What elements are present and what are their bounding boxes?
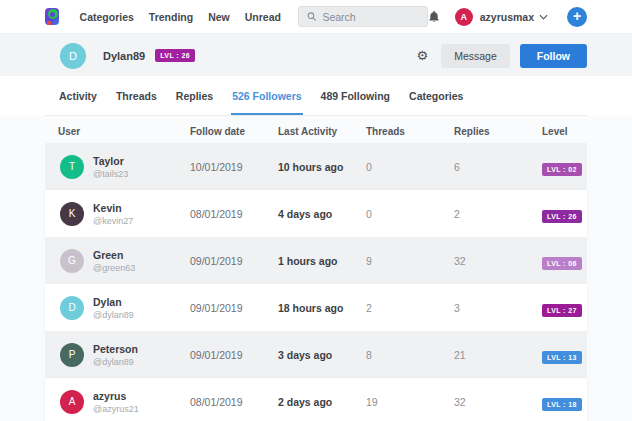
user-avatar: P xyxy=(60,343,84,367)
level-badge: LVL : 13 xyxy=(542,351,582,364)
main-nav: Categories Trending New Unread xyxy=(80,11,281,23)
tab-threads[interactable]: Threads xyxy=(115,76,158,115)
follow-date: 09/01/2019 xyxy=(190,349,278,361)
page: Categories Trending New Unread A xyxy=(0,0,632,421)
threads-count: 9 xyxy=(366,255,454,267)
follow-button[interactable]: Follow xyxy=(520,44,587,68)
level-badge: LVL : 27 xyxy=(542,304,582,317)
replies-count: 32 xyxy=(454,255,542,267)
message-button[interactable]: Message xyxy=(441,44,510,68)
user-name[interactable]: Dylan xyxy=(93,296,134,308)
last-activity: 18 hours ago xyxy=(278,302,366,314)
current-user-avatar[interactable]: A xyxy=(455,8,473,26)
col-level: Level xyxy=(542,126,587,137)
last-activity: 1 hours ago xyxy=(278,255,366,267)
table-row[interactable]: D Dylan @dylan89 09/01/2019 18 hours ago… xyxy=(45,284,587,331)
tab-followers[interactable]: 526 Followers xyxy=(231,76,302,115)
profile-avatar: D xyxy=(60,43,86,69)
user-avatar: D xyxy=(60,296,84,320)
user-handle: @tails23 xyxy=(93,169,128,179)
profile-tabs: Activity Threads Replies 526 Followers 4… xyxy=(0,76,632,116)
level-badge: LVL : 06 xyxy=(542,257,582,270)
app-logo-icon[interactable] xyxy=(45,8,59,25)
table-row[interactable]: P Peterson @dylan89 09/01/2019 3 days ag… xyxy=(45,331,587,378)
search-icon xyxy=(307,11,316,22)
nav-item-categories[interactable]: Categories xyxy=(80,11,134,23)
threads-count: 8 xyxy=(366,349,454,361)
user-avatar: G xyxy=(60,249,84,273)
col-last-activity: Last Activity xyxy=(278,126,366,137)
gear-icon[interactable]: ⚙︎ xyxy=(416,49,428,62)
follow-date: 09/01/2019 xyxy=(190,255,278,267)
user-name[interactable]: Kevin xyxy=(93,202,133,214)
current-username[interactable]: azyrusmax xyxy=(480,11,534,23)
chevron-down-icon[interactable] xyxy=(539,14,548,20)
level-badge: LVL : 26 xyxy=(542,210,582,223)
tab-activity[interactable]: Activity xyxy=(58,76,98,115)
col-user: User xyxy=(45,126,190,137)
nav-item-unread[interactable]: Unread xyxy=(245,11,281,23)
user-handle: @dylan89 xyxy=(93,357,138,367)
search-input[interactable] xyxy=(322,11,418,23)
threads-count: 0 xyxy=(366,161,454,173)
user-name[interactable]: Green xyxy=(93,249,135,261)
new-post-button[interactable]: + xyxy=(567,7,587,27)
nav-item-trending[interactable]: Trending xyxy=(149,11,193,23)
replies-count: 2 xyxy=(454,208,542,220)
threads-count: 2 xyxy=(366,302,454,314)
level-badge: LVL : 02 xyxy=(542,163,582,176)
top-navbar: Categories Trending New Unread A xyxy=(0,0,632,33)
replies-count: 6 xyxy=(454,161,542,173)
table-row[interactable]: T Taylor @tails23 10/01/2019 10 hours ag… xyxy=(45,143,587,190)
user-name[interactable]: azyrus xyxy=(93,390,139,402)
nav-item-new[interactable]: New xyxy=(208,11,230,23)
notifications-bell-icon[interactable] xyxy=(428,10,440,23)
table-row[interactable]: G Green @green63 09/01/2019 1 hours ago … xyxy=(45,237,587,284)
table-row[interactable]: A azyrus @azyrus21 08/01/2019 2 days ago… xyxy=(45,378,587,421)
tab-categories[interactable]: Categories xyxy=(408,76,464,115)
user-avatar: K xyxy=(60,202,84,226)
level-badge: LVL : 18 xyxy=(542,398,582,411)
table-header: User Follow date Last Activity Threads R… xyxy=(45,116,587,143)
profile-header: D Dylan89 LVL : 26 ⚙︎ Message Follow xyxy=(0,33,632,76)
user-handle: @azyrus21 xyxy=(93,404,139,414)
col-replies: Replies xyxy=(454,126,542,137)
tab-replies[interactable]: Replies xyxy=(175,76,214,115)
user-name[interactable]: Taylor xyxy=(93,155,128,167)
user-handle: @kevin27 xyxy=(93,216,133,226)
user-avatar: T xyxy=(60,155,84,179)
profile-name: Dylan89 xyxy=(103,50,145,62)
col-follow-date: Follow date xyxy=(190,126,278,137)
replies-count: 3 xyxy=(454,302,542,314)
replies-count: 32 xyxy=(454,396,542,408)
follow-date: 08/01/2019 xyxy=(190,208,278,220)
user-avatar: A xyxy=(60,390,84,414)
followers-table: User Follow date Last Activity Threads R… xyxy=(0,116,632,421)
last-activity: 4 days ago xyxy=(278,208,366,220)
follow-date: 09/01/2019 xyxy=(190,302,278,314)
user-name[interactable]: Peterson xyxy=(93,343,138,355)
table-row[interactable]: K Kevin @kevin27 08/01/2019 4 days ago 0… xyxy=(45,190,587,237)
tab-following[interactable]: 489 Following xyxy=(320,76,391,115)
profile-level-badge: LVL : 26 xyxy=(155,49,195,62)
replies-count: 21 xyxy=(454,349,542,361)
threads-count: 19 xyxy=(366,396,454,408)
last-activity: 10 hours ago xyxy=(278,161,366,173)
search-box[interactable] xyxy=(298,6,428,27)
last-activity: 3 days ago xyxy=(278,349,366,361)
user-handle: @green63 xyxy=(93,263,135,273)
follow-date: 08/01/2019 xyxy=(190,396,278,408)
col-threads: Threads xyxy=(366,126,454,137)
user-handle: @dylan89 xyxy=(93,310,134,320)
follow-date: 10/01/2019 xyxy=(190,161,278,173)
threads-count: 0 xyxy=(366,208,454,220)
last-activity: 2 days ago xyxy=(278,396,366,408)
